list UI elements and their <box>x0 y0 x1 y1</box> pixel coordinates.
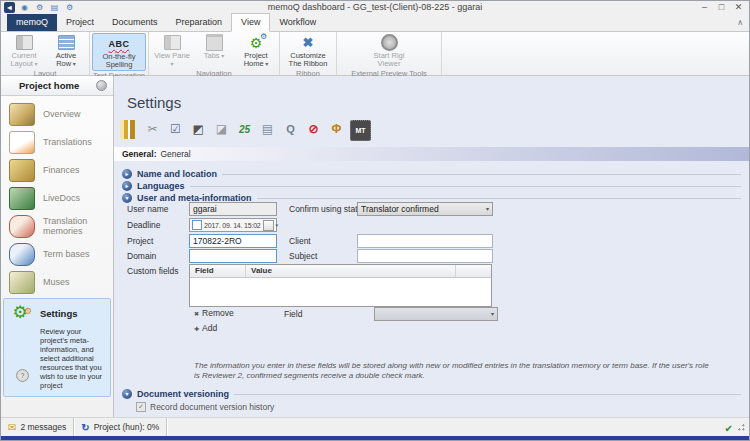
sidebar-item-label: Translations <box>43 137 92 147</box>
chevron-down-icon: ▾ <box>486 203 489 215</box>
settings-gear-icon <box>8 303 32 324</box>
active-row-button[interactable]: Active Row <box>45 33 87 69</box>
status-right <box>725 418 749 436</box>
expand-icon[interactable] <box>122 181 132 191</box>
ribbon: Current Layout Active Row Layout ABC On-… <box>1 32 749 76</box>
domain-field[interactable] <box>189 249 277 263</box>
remove-button[interactable]: Remove <box>194 308 234 318</box>
sidebar-item-finances[interactable]: Finances <box>1 156 113 184</box>
ribbon-group-layout: Current Layout Active Row Layout <box>1 32 90 75</box>
project-home-button[interactable]: Project Home <box>235 33 277 69</box>
messages-label: 2 messages <box>20 422 66 432</box>
non-translatables-icon[interactable] <box>304 120 323 139</box>
start-rigi-viewer-button[interactable]: Start Rigi Viewer <box>363 33 415 69</box>
field-select[interactable]: ▾ <box>374 307 498 321</box>
field-label: Field <box>284 309 302 319</box>
resize-grip[interactable] <box>737 423 745 431</box>
remove-icon <box>194 310 199 317</box>
column-header-value[interactable]: Value <box>246 265 456 277</box>
confirm-status-select[interactable]: Translator confirmed ▾ <box>357 202 493 216</box>
pin-icon[interactable] <box>96 80 107 91</box>
tab-workflow[interactable]: Workflow <box>270 14 325 31</box>
livedocs-settings-icon[interactable] <box>212 120 231 139</box>
custom-fields-label: Custom fields <box>127 266 179 276</box>
chevron-down-icon[interactable]: ▾ <box>276 222 279 228</box>
tabs-button[interactable]: Tabs <box>193 33 235 61</box>
section-name-and-location[interactable]: Name and location <box>122 168 741 180</box>
expand-icon[interactable] <box>122 169 132 179</box>
sidebar-item-overview[interactable]: Overview <box>1 100 113 128</box>
remove-label: Remove <box>202 308 234 318</box>
tab-project[interactable]: Project <box>57 14 103 31</box>
close-button[interactable]: ✕ <box>730 1 747 14</box>
info-note: The information you enter in these field… <box>194 361 716 380</box>
collapse-ribbon-icon[interactable] <box>737 18 743 27</box>
customize-ribbon-button[interactable]: Customize The Ribbon <box>282 33 334 69</box>
section-document-versioning[interactable]: Document versioning <box>122 388 741 400</box>
category-bar-label: General: <box>122 149 157 159</box>
collapse-icon[interactable] <box>122 193 132 203</box>
machine-translation-icon[interactable]: MT <box>350 120 371 141</box>
sidebar-item-livedocs[interactable]: LiveDocs <box>1 184 113 212</box>
record-version-row: Record document version history <box>136 402 274 412</box>
ribbon-group-navigation: View Pane Tabs Project Home Navigation <box>149 32 280 75</box>
finances-icon <box>9 159 35 182</box>
settings-pane: Settings MT General: General <box>114 76 749 418</box>
messages-status[interactable]: 2 messages <box>1 418 74 436</box>
sidebar-item-label: Muses <box>43 277 70 287</box>
maximize-button[interactable]: □ <box>713 1 730 14</box>
current-layout-button[interactable]: Current Layout <box>3 33 45 69</box>
tab-memoq[interactable]: memoQ <box>7 14 57 31</box>
font-substitution-icon[interactable] <box>327 120 346 139</box>
deadline-field[interactable]: 2017. 09. 14. 15:02 ▾ <box>189 218 277 232</box>
client-field[interactable] <box>357 234 493 248</box>
segmentation-rules-icon[interactable] <box>143 120 162 139</box>
project-field[interactable]: 170822-2RO <box>189 234 277 248</box>
term-bases-icon <box>9 243 35 266</box>
sidebar-item-translations[interactable]: Translations <box>1 128 113 156</box>
on-the-fly-spelling-button[interactable]: ABC On-the-fly Spelling <box>92 33 146 71</box>
active-row-label: Active Row <box>48 52 84 68</box>
section-divider <box>234 394 741 395</box>
section-divider <box>257 198 741 199</box>
overview-icon <box>9 103 35 126</box>
section-title: Document versioning <box>137 389 229 399</box>
category-bar: General: General <box>114 147 749 161</box>
sidebar-item-label: Overview <box>43 109 81 119</box>
export-path-rules-icon[interactable] <box>258 120 277 139</box>
record-version-checkbox[interactable] <box>136 402 146 412</box>
sidebar-item-translation-memories[interactable]: Translation memories <box>1 212 113 240</box>
app-window: ◂ ◉ ⚙ ▤ ⚙ memoQ dashboard - GG_test-(Cli… <box>0 0 750 441</box>
deadline-checkbox[interactable] <box>192 220 202 230</box>
add-button[interactable]: Add <box>194 323 217 333</box>
general-settings-icon[interactable] <box>120 120 139 139</box>
client-label: Client <box>289 236 311 246</box>
minimize-button[interactable]: – <box>696 1 713 14</box>
subject-field[interactable] <box>357 249 493 263</box>
project-progress-status[interactable]: Project (hun): 0% <box>74 418 167 436</box>
tab-documents[interactable]: Documents <box>103 14 167 31</box>
calendar-icon[interactable] <box>263 220 274 231</box>
help-icon[interactable] <box>16 369 29 382</box>
window-title: memoQ dashboard - GG_test-(Client)-08-22… <box>1 2 749 12</box>
tab-preparation[interactable]: Preparation <box>167 14 232 31</box>
auto-translation-rules-icon[interactable] <box>235 120 254 139</box>
user-name-field[interactable]: ggarai <box>189 202 277 216</box>
section-languages[interactable]: Languages <box>122 180 741 192</box>
custom-fields-table[interactable]: Field Value <box>189 264 492 307</box>
sidebar-item-settings[interactable]: Settings Review your project's meta-info… <box>3 298 111 397</box>
ignore-lists-icon[interactable] <box>281 120 300 139</box>
custom-fields-body[interactable] <box>190 278 491 306</box>
chevron-down-icon: ▾ <box>491 308 494 320</box>
tab-view[interactable]: View <box>231 13 270 32</box>
view-pane-button[interactable]: View Pane <box>151 33 193 69</box>
collapse-icon[interactable] <box>122 389 132 399</box>
tm-settings-icon[interactable] <box>189 120 208 139</box>
sidebar: Project home Overview Translations Finan… <box>1 76 114 418</box>
sidebar-item-muses[interactable]: Muses <box>1 268 113 296</box>
project-progress-label: Project (hun): 0% <box>94 422 160 432</box>
column-header-field[interactable]: Field <box>190 265 246 277</box>
sidebar-item-term-bases[interactable]: Term bases <box>1 240 113 268</box>
qa-settings-icon[interactable] <box>166 120 185 139</box>
livedocs-icon <box>9 187 35 210</box>
